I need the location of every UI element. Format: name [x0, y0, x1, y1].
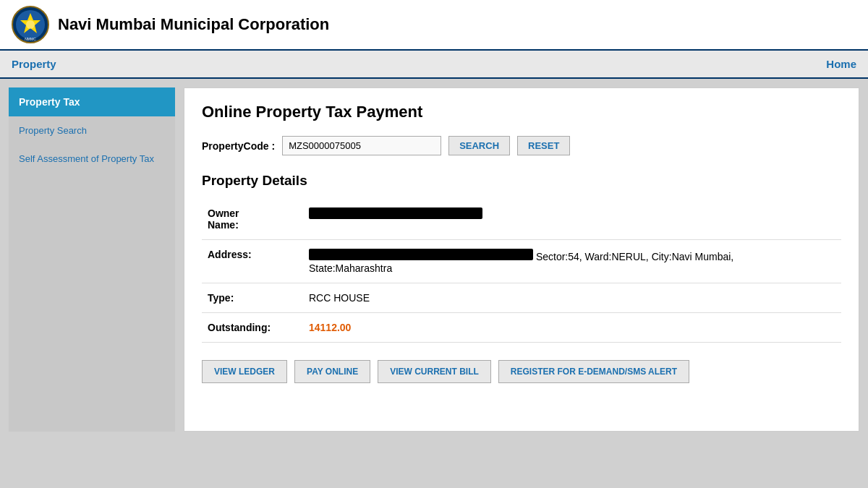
- owner-name-label: OwnerName:: [202, 199, 303, 240]
- owner-name-redacted: [309, 207, 482, 219]
- sidebar-item-property-search[interactable]: Property Search: [9, 116, 175, 145]
- navbar: Property Home: [0, 51, 868, 79]
- nav-property-link[interactable]: Property: [12, 51, 56, 77]
- sidebar-item-property-tax[interactable]: Property Tax: [9, 87, 175, 116]
- view-ledger-button[interactable]: VIEW LEDGER: [202, 360, 287, 383]
- address-label: Address:: [202, 240, 303, 283]
- nav-home-link[interactable]: Home: [826, 51, 856, 77]
- outstanding-value: 14112.00: [303, 313, 841, 343]
- org-name: Navi Mumbai Municipal Corporation: [58, 15, 329, 34]
- search-row: PropertyCode : SEARCH RESET: [202, 136, 841, 155]
- page-title: Online Property Tax Payment: [202, 103, 841, 121]
- property-details-table: OwnerName: Address: Sector:54, Ward:NERU…: [202, 199, 841, 343]
- action-buttons: VIEW LEDGER PAY ONLINE VIEW CURRENT BILL…: [202, 360, 841, 383]
- table-row: OwnerName:: [202, 199, 841, 240]
- svg-point-3: [26, 20, 35, 29]
- address-value: Sector:54, Ward:NERUL, City:Navi Mumbai,…: [303, 240, 841, 283]
- reset-button[interactable]: RESET: [517, 136, 570, 155]
- svg-text:NMMC: NMMC: [25, 37, 36, 41]
- section-title: Property Details: [202, 173, 841, 189]
- sidebar-item-self-assessment[interactable]: Self Assessment of Property Tax: [9, 145, 175, 173]
- property-code-input[interactable]: [282, 136, 441, 155]
- table-row: Address: Sector:54, Ward:NERUL, City:Nav…: [202, 240, 841, 283]
- table-row: Type: RCC HOUSE: [202, 283, 841, 313]
- org-logo: NMMC: [12, 6, 49, 43]
- type-label: Type:: [202, 283, 303, 313]
- pay-online-button[interactable]: PAY ONLINE: [294, 360, 370, 383]
- owner-name-value: [303, 199, 841, 240]
- type-value: RCC HOUSE: [303, 283, 841, 313]
- table-row: Outstanding: 14112.00: [202, 313, 841, 343]
- main-layout: Property Tax Property Search Self Assess…: [0, 79, 868, 440]
- content-area: Online Property Tax Payment PropertyCode…: [184, 87, 859, 432]
- sidebar: Property Tax Property Search Self Assess…: [9, 87, 175, 432]
- register-edemand-button[interactable]: REGISTER FOR E-DEMAND/SMS ALERT: [498, 360, 689, 383]
- header: NMMC Navi Mumbai Municipal Corporation: [0, 0, 868, 51]
- outstanding-label: Outstanding:: [202, 313, 303, 343]
- address-redacted: [309, 249, 533, 260]
- view-current-bill-button[interactable]: VIEW CURRENT BILL: [378, 360, 491, 383]
- property-code-label: PropertyCode :: [202, 140, 275, 152]
- search-button[interactable]: SEARCH: [448, 136, 510, 155]
